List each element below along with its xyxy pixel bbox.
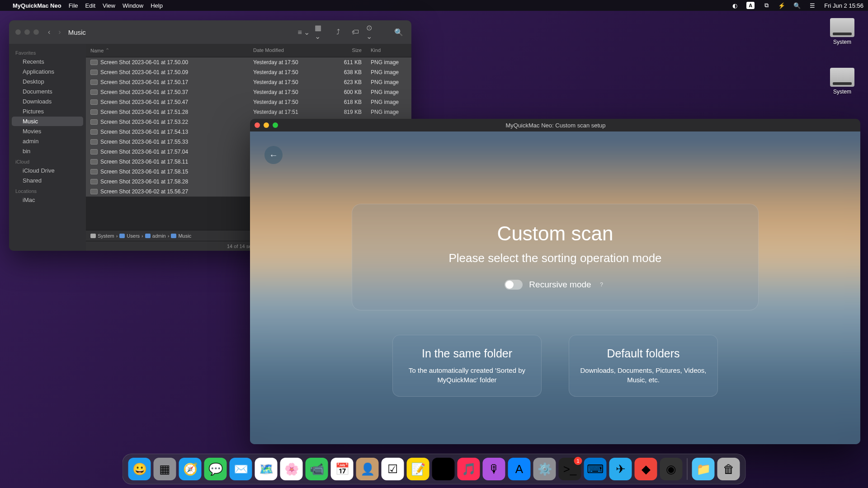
- file-row[interactable]: Screen Shot 2023-06-01 at 17.50.00Yester…: [86, 57, 411, 67]
- file-header: Name ⌃ Date Modified Size Kind: [86, 44, 411, 57]
- sidebar-item-imac[interactable]: iMac: [12, 195, 83, 205]
- col-header-kind[interactable]: Kind: [366, 46, 411, 55]
- menu-file[interactable]: File: [69, 2, 78, 9]
- dock-photos[interactable]: 🌸: [280, 458, 303, 480]
- dock-settings[interactable]: ⚙️: [533, 458, 556, 480]
- dock-appstore[interactable]: A: [508, 458, 531, 480]
- sidebar-item-movies[interactable]: Movies: [12, 127, 83, 136]
- input-source-icon[interactable]: A: [746, 2, 755, 9]
- sidebar-section-icloud: iCloud: [9, 156, 86, 165]
- stage-manager-icon[interactable]: ⧉: [763, 2, 770, 9]
- file-date: Yesterday at 17:51: [249, 108, 326, 116]
- search-icon[interactable]: 🔍: [392, 26, 405, 38]
- view-list-icon[interactable]: ≡ ⌄: [297, 26, 310, 38]
- panel-subtitle: Please select the sorting operation mode: [370, 251, 740, 265]
- col-header-size[interactable]: Size: [326, 46, 366, 55]
- recursive-toggle[interactable]: [505, 280, 523, 290]
- menubar-clock[interactable]: Fri Jun 2 15:56: [824, 2, 863, 9]
- dock-messages[interactable]: 💬: [204, 458, 227, 480]
- control-center-icon[interactable]: ☰: [809, 2, 816, 9]
- nav-forward-icon[interactable]: ›: [58, 28, 61, 36]
- panel-heading: Custom scan: [370, 222, 740, 245]
- sidebar-item-admin[interactable]: admin: [12, 136, 83, 146]
- traffic-lights[interactable]: [255, 122, 278, 128]
- option-default-folders[interactable]: Default folders Downloads, Documents, Pi…: [569, 335, 718, 397]
- col-header-name[interactable]: Name ⌃: [86, 46, 249, 55]
- tag-icon[interactable]: 🏷: [349, 26, 362, 38]
- dock-calendar[interactable]: 📅: [331, 458, 354, 480]
- desktop-drive-2[interactable]: System: [830, 68, 854, 95]
- file-row[interactable]: Screen Shot 2023-06-01 at 17.51.28Yester…: [86, 107, 411, 117]
- view-group-icon[interactable]: ▦ ⌄: [315, 26, 327, 38]
- col-header-date[interactable]: Date Modified: [249, 46, 326, 55]
- dock: 😀▦🧭💬✉️🗺️🌸📹📅👤☑📝tv🎵🎙A⚙️>_1⌨✈◆◉📁🗑: [123, 454, 746, 484]
- dock-reminders[interactable]: ☑: [382, 458, 404, 480]
- battery-icon[interactable]: ⚡: [778, 2, 785, 9]
- dock-maps[interactable]: 🗺️: [255, 458, 278, 480]
- sidebar-item-recents[interactable]: Recents: [12, 57, 83, 66]
- file-thumb-icon: [90, 179, 98, 184]
- file-thumb-icon: [90, 159, 98, 164]
- dock-vscode[interactable]: ⌨: [584, 458, 607, 480]
- sidebar-item-downloads[interactable]: Downloads: [12, 97, 83, 106]
- sidebar-item-bin[interactable]: bin: [12, 146, 83, 156]
- path-segment[interactable]: admin: [145, 233, 166, 239]
- sidebar-item-documents[interactable]: Documents: [12, 87, 83, 96]
- file-kind: PNG image: [366, 98, 411, 106]
- desktop-drive-1[interactable]: System: [830, 18, 854, 45]
- nav-back-icon[interactable]: ‹: [48, 28, 50, 36]
- dock-anydesk[interactable]: ◆: [635, 458, 657, 480]
- dock-finder[interactable]: 😀: [128, 458, 151, 480]
- sidebar-item-applications[interactable]: Applications: [12, 67, 83, 76]
- dock-launchpad[interactable]: ▦: [154, 458, 176, 480]
- path-segment[interactable]: System: [90, 233, 114, 239]
- dock-podcasts[interactable]: 🎙: [483, 458, 505, 480]
- file-size: 600 KB: [326, 88, 366, 96]
- dock-mail[interactable]: ✉️: [230, 458, 252, 480]
- sidebar-item-music[interactable]: Music: [12, 117, 83, 126]
- file-thumb-icon: [90, 60, 98, 65]
- finder-toolbar: ‹ › Music ≡ ⌄ ▦ ⌄ ⤴ 🏷 ⊙ ⌄ 🔍: [9, 20, 411, 44]
- dock-terminal[interactable]: >_1: [559, 458, 581, 480]
- dock-trash[interactable]: 🗑: [717, 458, 740, 480]
- dock-contacts[interactable]: 👤: [356, 458, 379, 480]
- file-name: Screen Shot 2023-06-01 at 17.57.04: [100, 149, 188, 155]
- option-title: Default folders: [579, 347, 708, 360]
- file-thumb-icon: [90, 139, 98, 145]
- file-name: Screen Shot 2023-06-01 at 17.50.37: [100, 89, 188, 95]
- dock-music[interactable]: 🎵: [458, 458, 480, 480]
- dock-camera[interactable]: ◉: [660, 458, 683, 480]
- menu-edit[interactable]: Edit: [85, 2, 95, 9]
- file-row[interactable]: Screen Shot 2023-06-01 at 17.50.09Yester…: [86, 67, 411, 77]
- dock-tv[interactable]: tv: [432, 458, 455, 480]
- dock-facetime[interactable]: 📹: [306, 458, 328, 480]
- share-icon[interactable]: ⤴: [332, 26, 344, 38]
- path-segment[interactable]: Users: [119, 233, 140, 239]
- sidebar-item-icloud-drive[interactable]: iCloud Drive: [12, 166, 83, 175]
- back-button[interactable]: ←: [264, 146, 283, 164]
- option-same-folder[interactable]: In the same folder To the automatically …: [392, 335, 542, 397]
- sidebar-item-shared[interactable]: Shared: [12, 176, 83, 185]
- menu-view[interactable]: View: [103, 2, 115, 9]
- path-segment[interactable]: Music: [171, 233, 191, 239]
- traffic-lights[interactable]: [15, 29, 39, 35]
- file-row[interactable]: Screen Shot 2023-06-01 at 17.50.37Yester…: [86, 87, 411, 97]
- dock-downloads[interactable]: 📁: [692, 458, 715, 480]
- action-icon[interactable]: ⊙ ⌄: [366, 26, 379, 38]
- sidebar-item-pictures[interactable]: Pictures: [12, 107, 83, 116]
- dock-telegram[interactable]: ✈: [609, 458, 632, 480]
- file-thumb-icon: [90, 129, 98, 135]
- sidebar-section-favorites: Favorites: [9, 47, 86, 56]
- dock-notes[interactable]: 📝: [407, 458, 429, 480]
- sidebar-item-desktop[interactable]: Desktop: [12, 77, 83, 86]
- file-row[interactable]: Screen Shot 2023-06-01 at 17.50.47Yester…: [86, 97, 411, 107]
- dock-safari[interactable]: 🧭: [179, 458, 202, 480]
- menu-help[interactable]: Help: [151, 2, 163, 9]
- spotlight-icon[interactable]: 🔍: [793, 2, 801, 9]
- file-row[interactable]: Screen Shot 2023-06-01 at 17.50.17Yester…: [86, 77, 411, 87]
- menu-window[interactable]: Window: [123, 2, 143, 9]
- help-icon[interactable]: ?: [598, 281, 606, 289]
- menubar-extra-icon[interactable]: ◐: [731, 2, 738, 9]
- active-app-name[interactable]: MyQuickMac Neo: [13, 2, 61, 9]
- file-name: Screen Shot 2023-06-01 at 17.50.00: [100, 59, 188, 66]
